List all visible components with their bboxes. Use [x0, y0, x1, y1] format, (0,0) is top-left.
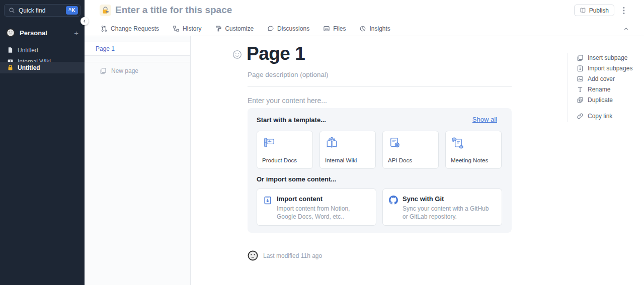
import-content-card[interactable]: Import content Import content from Notio…	[257, 188, 376, 226]
workspace-avatar	[6, 28, 15, 37]
lock-emoji-icon	[101, 6, 110, 15]
new-page-icon	[100, 67, 107, 74]
new-page-label: New page	[111, 67, 138, 74]
page-list-item-page-1[interactable]: Page 1	[85, 42, 190, 56]
search-icon	[9, 7, 15, 14]
import-content-title: Import content	[277, 195, 370, 203]
tab-label: Discussions	[277, 25, 309, 32]
space-tabbar: Change Requests History Customize Discus…	[85, 21, 644, 36]
rename-button[interactable]: Rename	[577, 86, 610, 93]
insights-gauge-icon	[359, 25, 366, 32]
import-subpages-button[interactable]: Import subpages	[577, 65, 632, 72]
import-subpages-icon	[577, 65, 584, 72]
version-tree-icon	[173, 25, 180, 32]
page-list-panel: Page 1 New page	[85, 36, 191, 285]
modifier-avatar[interactable]	[248, 250, 258, 261]
chevron-up-icon	[623, 26, 629, 32]
action-rail-divider	[568, 53, 568, 122]
workspace-name: Personal	[20, 29, 74, 37]
tab-label: Insights	[369, 25, 390, 32]
template-card-internal-wiki[interactable]: Internal Wiki	[319, 131, 376, 169]
kebab-icon	[623, 7, 625, 15]
last-modified-row: Last modified 11h ago	[248, 250, 322, 261]
chevron-left-icon	[83, 19, 87, 23]
action-label: Import subpages	[588, 65, 632, 72]
show-all-link[interactable]: Show all	[472, 116, 497, 123]
image-icon	[323, 25, 330, 32]
getting-started-panel: Start with a template... Show all Produc…	[248, 108, 512, 233]
meeting-notes-icon	[451, 136, 464, 150]
publish-button[interactable]: Publish	[574, 5, 614, 16]
title-divider	[248, 86, 512, 87]
template-card-label: API Docs	[388, 157, 433, 163]
publish-label: Publish	[589, 7, 609, 14]
page-title[interactable]: Page 1	[247, 43, 305, 64]
templates-heading: Start with a template...	[257, 116, 326, 124]
document-icon	[7, 47, 14, 53]
action-label: Duplicate	[588, 97, 613, 104]
import-cards-row: Import content Import content from Notio…	[257, 188, 502, 226]
chat-bubble-icon	[267, 25, 274, 32]
copy-link-button[interactable]: Copy link	[577, 113, 612, 120]
page-emoji-button[interactable]	[232, 50, 242, 61]
template-card-product-docs[interactable]: Product Docs	[257, 131, 313, 169]
tab-change-requests[interactable]: Change Requests	[101, 25, 159, 32]
sync-with-git-description: Sync your content with a GitHub or GitLa…	[403, 205, 496, 221]
sync-with-git-card[interactable]: Sync with Git Sync your content with a G…	[382, 188, 502, 226]
app-window: Quick find ^K Personal + Untitled	[0, 0, 644, 285]
quick-find-button[interactable]: Quick find ^K	[4, 4, 80, 17]
space-title-input[interactable]: Enter a title for this space	[115, 5, 232, 16]
quick-find-shortcut-badge: ^K	[66, 6, 78, 15]
space-icon-button[interactable]	[100, 5, 111, 16]
page-content-input[interactable]: Enter your content here...	[248, 97, 327, 105]
insert-subpage-icon	[577, 54, 584, 61]
add-cover-image-icon	[577, 75, 584, 82]
internal-wiki-icon	[325, 136, 339, 150]
tab-discussions[interactable]: Discussions	[267, 25, 309, 32]
sidebar-item-label: Untitled	[18, 47, 38, 54]
paint-roller-icon	[215, 25, 222, 32]
add-cover-button[interactable]: Add cover	[577, 75, 615, 82]
template-card-label: Meeting Notes	[451, 157, 496, 163]
template-card-meeting-notes[interactable]: Meeting Notes	[445, 131, 502, 169]
tab-insights[interactable]: Insights	[359, 25, 390, 32]
copy-link-icon	[577, 113, 584, 120]
duplicate-button[interactable]: Duplicate	[577, 97, 613, 104]
new-page-button[interactable]: New page	[85, 63, 190, 78]
page-description-input[interactable]: Page description (optional)	[248, 71, 329, 78]
import-content-icon	[263, 196, 272, 205]
sidebar-item-label: Untitled	[18, 64, 40, 71]
insert-subpage-button[interactable]: Insert subpage	[577, 54, 627, 61]
page-list-item-label: Page 1	[96, 45, 115, 52]
last-modified-text: Last modified 11h ago	[263, 252, 322, 259]
template-card-api-docs[interactable]: API Docs	[382, 131, 439, 169]
import-content-description: Import content from Notion, Google Docs,…	[277, 205, 370, 221]
duplicate-icon	[577, 97, 584, 104]
space-header: Enter a title for this space Publish	[85, 0, 644, 21]
more-options-button[interactable]	[619, 5, 628, 16]
publish-book-icon	[580, 7, 586, 14]
pull-request-icon	[101, 25, 108, 32]
collapse-tabbar-button[interactable]	[623, 21, 629, 36]
tab-label: History	[183, 25, 201, 32]
sidebar-item-untitled-1[interactable]: Untitled	[0, 44, 85, 56]
tab-customize[interactable]: Customize	[215, 25, 254, 32]
template-card-label: Internal Wiki	[325, 157, 370, 163]
workspace-sidebar: Quick find ^K Personal + Untitled	[0, 0, 85, 285]
sync-with-git-title: Sync with Git	[403, 195, 496, 203]
tab-label: Files	[333, 25, 346, 32]
import-heading: Or import some content...	[257, 175, 336, 183]
product-docs-icon	[262, 136, 276, 150]
quick-find-label: Quick find	[19, 7, 66, 14]
rename-text-icon	[577, 86, 584, 93]
template-cards-row: Product Docs Internal Wiki	[257, 131, 502, 169]
action-label: Add cover	[588, 75, 615, 82]
tab-files[interactable]: Files	[323, 25, 346, 32]
tab-history[interactable]: History	[173, 25, 201, 32]
workspace-header[interactable]: Personal +	[0, 26, 85, 39]
action-label: Insert subpage	[588, 54, 627, 61]
github-icon	[389, 196, 398, 205]
add-space-button[interactable]: +	[74, 29, 78, 37]
sidebar-item-untitled-2-selected[interactable]: Untitled	[0, 62, 85, 73]
sidebar-collapse-button[interactable]	[80, 17, 89, 25]
